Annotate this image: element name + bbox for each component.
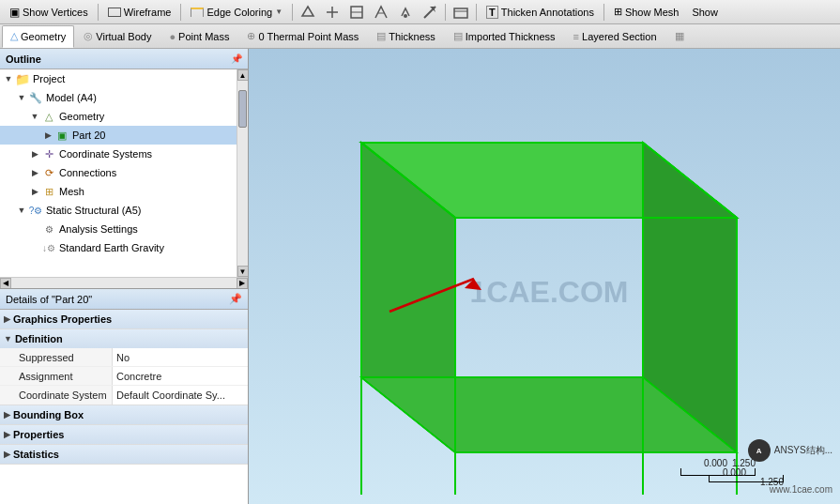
project-icon: 📁 bbox=[15, 71, 30, 86]
thickness-label: Thickness bbox=[389, 31, 435, 42]
tree-item-part20[interactable]: ▶ ▣ Part 20 bbox=[0, 126, 248, 145]
assignment-value[interactable]: Concretre bbox=[113, 367, 248, 385]
tree-scrollbar[interactable]: ▲ ▼ bbox=[237, 69, 248, 277]
scroll-left-arrow[interactable]: ◀ bbox=[0, 278, 11, 289]
details-pin[interactable]: 📌 bbox=[229, 293, 242, 305]
bounding-expander[interactable]: ▶ bbox=[4, 410, 10, 420]
show-button[interactable]: Show bbox=[686, 2, 724, 23]
ansys-label: ANSYS结构... bbox=[774, 444, 832, 457]
statistics-group-header[interactable]: ▶ Statistics bbox=[0, 445, 248, 464]
toolbar-separator-5 bbox=[476, 4, 477, 21]
connections-icon: ⟳ bbox=[41, 165, 56, 180]
geometry-icon: △ bbox=[41, 109, 56, 124]
properties-expander[interactable]: ▶ bbox=[4, 430, 10, 439]
outline-title: Outline bbox=[6, 53, 41, 65]
toolbar-separator-2 bbox=[180, 4, 181, 21]
connections-label: Connections bbox=[59, 167, 116, 178]
tool-1-icon bbox=[300, 5, 315, 20]
details-header: Details of "Part 20" 📌 bbox=[0, 289, 248, 310]
geometry-icon: △ bbox=[10, 30, 18, 42]
tab-extra[interactable]: ▦ bbox=[666, 25, 693, 48]
definition-group-header[interactable]: ▼ Definition bbox=[0, 329, 248, 348]
static-expander[interactable]: ▼ bbox=[15, 204, 28, 217]
tree-item-coord[interactable]: ▶ ✛ Coordinate Systems bbox=[0, 145, 248, 163]
tab-bar: △ Geometry ◎ Virtual Body ● Point Mass ⊕… bbox=[0, 24, 840, 49]
tool-4-button[interactable] bbox=[370, 2, 392, 23]
point-mass-label: Point Mass bbox=[178, 31, 229, 42]
part20-expander[interactable]: ▶ bbox=[41, 129, 54, 142]
tree-item-static[interactable]: ▼ ?⚙ Static Structural (A5) bbox=[0, 201, 248, 220]
geometry-expander[interactable]: ▼ bbox=[28, 110, 41, 123]
thickness-icon: ▤ bbox=[376, 30, 386, 42]
tool-6-button[interactable] bbox=[419, 2, 441, 23]
coord-label: Coordinate Systems bbox=[59, 148, 152, 160]
graphics-group-header[interactable]: ▶ Graphics Properties bbox=[0, 310, 248, 328]
tab-virtual-body[interactable]: ◎ Virtual Body bbox=[75, 25, 160, 48]
tool-5-button[interactable] bbox=[394, 2, 417, 23]
tab-thermal-point-mass[interactable]: ⊕ 0 Thermal Point Mass bbox=[238, 25, 367, 48]
tab-imported-thickness[interactable]: ▤ Imported Thickness bbox=[445, 25, 564, 48]
scroll-thumb-area bbox=[237, 81, 248, 266]
details-group-definition: ▼ Definition Suppressed No Assignment Co… bbox=[0, 329, 248, 405]
bounding-group-header[interactable]: ▶ Bounding Box bbox=[0, 405, 248, 424]
tree-item-project[interactable]: ▼ 📁 Project bbox=[0, 69, 248, 88]
tree-item-geometry[interactable]: ▼ △ Geometry bbox=[0, 107, 248, 126]
project-expander[interactable]: ▼ bbox=[2, 72, 15, 85]
details-section: Details of "Part 20" 📌 ▶ Graphics Proper… bbox=[0, 288, 248, 504]
tab-thickness[interactable]: ▤ Thickness bbox=[368, 25, 444, 48]
show-vertices-button[interactable]: ▣ Show Vertices bbox=[4, 2, 94, 23]
coord-expander[interactable]: ▶ bbox=[28, 147, 41, 160]
edge-coloring-button[interactable]: Edge Coloring ▼ bbox=[185, 2, 288, 23]
virtual-body-icon: ◎ bbox=[84, 30, 93, 42]
thermal-point-mass-icon: ⊕ bbox=[247, 30, 255, 42]
tab-layered-section[interactable]: ≡ Layered Section bbox=[565, 25, 665, 48]
tree-item-mesh[interactable]: ▶ ⊞ Mesh bbox=[0, 182, 248, 201]
edge-coloring-label: Edge Coloring bbox=[206, 7, 272, 18]
tree-item-model[interactable]: ▼ 🔧 Model (A4) bbox=[0, 88, 248, 107]
tool-6-icon bbox=[422, 5, 437, 20]
imported-thickness-label: Imported Thickness bbox=[466, 31, 556, 42]
tree-h-scrollbar[interactable]: ◀ ▶ bbox=[0, 277, 248, 288]
tree-item-analysis[interactable]: ▶ ⚙ Analysis Settings bbox=[0, 220, 248, 238]
suppressed-value: No bbox=[113, 348, 248, 366]
tool-7-button[interactable] bbox=[450, 2, 472, 23]
tool-3-button[interactable] bbox=[345, 2, 368, 23]
scroll-h-thumb-area bbox=[11, 278, 237, 288]
properties-group-header[interactable]: ▶ Properties bbox=[0, 425, 248, 444]
tree-item-gravity[interactable]: ▶ ↓⚙ Standard Earth Gravity bbox=[0, 238, 248, 257]
show-label: Show bbox=[692, 7, 718, 18]
geometry-svg: 1CAE.COM bbox=[249, 49, 840, 504]
tool-2-icon bbox=[325, 5, 340, 20]
connections-expander[interactable]: ▶ bbox=[28, 166, 41, 179]
scroll-up-arrow[interactable]: ▲ bbox=[237, 69, 249, 81]
tree-item-connections[interactable]: ▶ ⟳ Connections bbox=[0, 163, 248, 182]
outline-pin[interactable]: 📌 bbox=[231, 53, 242, 64]
tab-geometry[interactable]: △ Geometry bbox=[2, 25, 74, 48]
ansys-logo-text: A bbox=[756, 447, 762, 455]
tab-point-mass[interactable]: ● Point Mass bbox=[160, 25, 237, 48]
graphics-expander[interactable]: ▶ bbox=[4, 314, 10, 324]
statistics-expander[interactable]: ▶ bbox=[4, 450, 10, 459]
static-icon: ?⚙ bbox=[28, 203, 43, 218]
model-expander[interactable]: ▼ bbox=[15, 91, 28, 104]
scroll-down-arrow[interactable]: ▼ bbox=[237, 266, 249, 277]
tool-2-button[interactable] bbox=[321, 2, 344, 23]
details-group-bounding: ▶ Bounding Box bbox=[0, 405, 248, 425]
tool-1-button[interactable] bbox=[297, 2, 319, 23]
thicken-icon: T bbox=[486, 6, 498, 19]
ansys-logo-area: A ANSYS结构... bbox=[748, 439, 832, 462]
show-mesh-button[interactable]: ⊞ Show Mesh bbox=[608, 2, 684, 23]
analysis-icon: ⚙ bbox=[41, 221, 56, 237]
mesh-expander[interactable]: ▶ bbox=[28, 185, 41, 198]
wireframe-button[interactable]: Wireframe bbox=[102, 2, 177, 23]
graphics-label: Graphics Properties bbox=[13, 313, 112, 325]
toolbar-separator-6 bbox=[603, 4, 604, 21]
definition-expander[interactable]: ▼ bbox=[4, 334, 12, 344]
scroll-thumb[interactable] bbox=[238, 90, 247, 128]
tool-5-icon bbox=[398, 5, 413, 20]
gravity-label: Standard Earth Gravity bbox=[59, 242, 164, 253]
outline-tree-scroll[interactable]: ▼ 📁 Project ▼ 🔧 Model (A4) ▼ bbox=[0, 69, 248, 277]
viewport[interactable]: 1CAE.COM 0.000 1.250 A ANSYS结构... ww bbox=[249, 49, 840, 504]
thicken-annotations-button[interactable]: T Thicken Annotations bbox=[481, 2, 600, 23]
scroll-right-arrow[interactable]: ▶ bbox=[237, 278, 248, 289]
